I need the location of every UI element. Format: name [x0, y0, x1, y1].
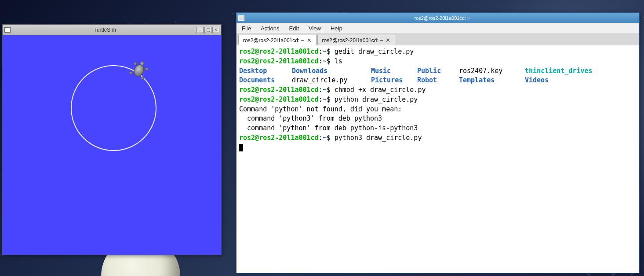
turtlesim-canvas — [3, 35, 221, 255]
menu-edit[interactable]: Edit — [287, 24, 301, 33]
terminal-tabbar: ros2@ros2-20l1a001cd: ~ ✕ ros2@ros2-20l1… — [236, 34, 639, 45]
terminal-output[interactable]: ros2@ros2-20l1a001cd:~$ gedit draw_circl… — [236, 45, 639, 273]
maximize-button[interactable]: ▢ — [204, 27, 211, 33]
terminal-cursor — [239, 144, 243, 151]
menu-file[interactable]: File — [240, 24, 253, 33]
command-text: gedit draw_circle.py — [335, 48, 414, 55]
terminal-title: ros2@ros2-20l1a001cd: ~ — [247, 15, 637, 21]
window-icon — [238, 15, 244, 21]
command-text: python draw_circle.py — [335, 96, 418, 103]
error-text: command 'python' from deb python-is-pyth… — [239, 124, 418, 132]
prompt-user: ros2@ros2-20l1a001cd — [239, 48, 319, 55]
tab-close-icon[interactable]: ✕ — [386, 37, 390, 44]
terminal-titlebar[interactable]: ros2@ros2-20l1a001cd: ~ — [236, 13, 639, 23]
menu-actions[interactable]: Actions — [259, 24, 281, 33]
error-text: Command 'python' not found, did you mean… — [239, 105, 402, 113]
tab-label: ros2@ros2-20l1a001cd: ~ — [322, 37, 383, 44]
turtlesim-title: TurtleSim — [13, 27, 196, 33]
command-text: ls — [335, 57, 342, 65]
tab-close-icon[interactable]: ✕ — [307, 37, 312, 44]
command-text: chmod +x draw_circle.py — [335, 86, 426, 94]
close-button[interactable]: × — [212, 27, 219, 33]
prompt-path: ~ — [323, 48, 327, 55]
menu-help[interactable]: Help — [329, 24, 344, 33]
terminal-tab-2[interactable]: ros2@ros2-20l1a001cd: ~ ✕ — [317, 35, 396, 45]
terminal-tab-1[interactable]: ros2@ros2-20l1a001cd: ~ ✕ — [238, 35, 317, 45]
window-icon — [4, 27, 11, 33]
turtlesim-titlebar[interactable]: TurtleSim – ▢ × — [3, 25, 221, 35]
terminal-menubar: File Actions Edit View Help — [236, 23, 639, 34]
ls-row: DesktopDownloadsMusicPublicros2407.keyth… — [239, 66, 637, 76]
tab-label: ros2@ros2-20l1a001cd: ~ — [243, 37, 304, 44]
menu-view[interactable]: View — [307, 24, 323, 33]
turtlesim-window[interactable]: TurtleSim – ▢ × — [2, 24, 222, 255]
minimize-button[interactable]: – — [196, 27, 204, 33]
window-controls: – ▢ × — [196, 27, 219, 33]
terminal-window[interactable]: ros2@ros2-20l1a001cd: ~ File Actions Edi… — [236, 12, 640, 273]
command-text: python3 draw_circle.py — [335, 134, 422, 142]
error-text: command 'python3' from deb python3 — [239, 114, 382, 122]
ls-row: Documentsdraw_circle.pyPicturesRobotTemp… — [239, 76, 637, 85]
